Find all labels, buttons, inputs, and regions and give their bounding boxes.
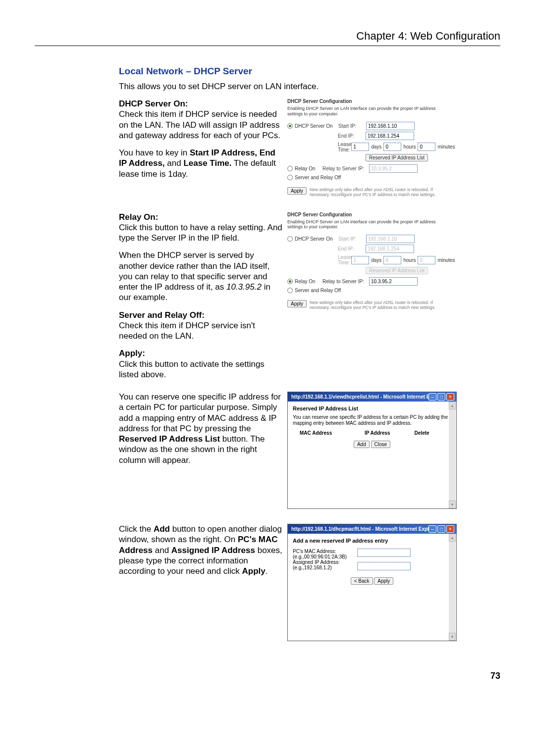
lease-time-label-2: Lease Time:	[338, 254, 351, 265]
scroll-down-icon-2[interactable]: ▼	[449, 633, 456, 641]
add-entry-popup: e http://192.168.1.1/dhcpmacflt.html - M…	[287, 524, 457, 641]
radio-off-label: Server and Relay Off	[295, 175, 341, 180]
server-relay-off-text: Check this item if DHCP service isn't ne…	[119, 321, 255, 341]
lease-hours-input-2	[383, 256, 401, 264]
mac-address-label: PC's MAC Address:	[293, 549, 357, 554]
start-ip-label: Start IP:	[338, 123, 366, 129]
relay-server-ip-label: Relay to Server IP:	[322, 166, 369, 171]
radio-dhcp-on-label: DHCP Server On	[295, 123, 338, 129]
reserved-ip-description: You can reserve one specific IP address …	[119, 392, 282, 472]
lease-hours-unit: hours	[403, 144, 416, 150]
start-ip-input-2	[366, 235, 415, 243]
page-header: Chapter 4: Web Configuration	[35, 30, 500, 43]
popup1-desc: You can reserve one specific IP address …	[293, 414, 451, 426]
scroll-up-icon[interactable]: ▲	[449, 402, 456, 409]
apply-button-2[interactable]: Apply	[287, 300, 307, 307]
scroll-down-icon[interactable]: ▼	[449, 501, 456, 508]
page-number: 73	[35, 671, 500, 681]
lease-days-unit-2: days	[371, 257, 381, 263]
popup1-table-header: MAC Address IP Address Delete	[300, 430, 444, 436]
lease-days-input[interactable]	[351, 143, 369, 151]
end-ip-input-2	[366, 245, 414, 253]
relay-on-heading: Relay On:	[119, 212, 158, 222]
server-relay-off-heading: Server and Relay Off:	[119, 310, 205, 320]
end-ip-input[interactable]	[366, 132, 414, 140]
maximize-icon[interactable]: □	[437, 393, 445, 401]
col-ip: IP Address	[365, 430, 415, 436]
minimize-icon-2[interactable]: –	[428, 525, 436, 533]
apply-note-text: New settings only take effect after your…	[310, 187, 451, 197]
radio-relay-on-2[interactable]	[287, 279, 293, 284]
dhcp-on-text: Check this item if DHCP service is neede…	[119, 109, 280, 140]
radio-server-relay-off[interactable]	[287, 175, 293, 180]
intro-text: This allows you to set DHCP server on LA…	[119, 82, 500, 92]
popup2-titlebar[interactable]: e http://192.168.1.1/dhcpmacflt.html - M…	[288, 524, 456, 534]
radio-relay-label-2: Relay On	[295, 279, 322, 284]
scroll-up-icon-2[interactable]: ▲	[449, 534, 456, 542]
lease-hours-unit-2: hours	[403, 257, 416, 263]
popup1-title-text: http://192.168.1.1/viewdhcprelist.html -…	[291, 394, 428, 400]
section-title: Local Network – DHCP Server	[119, 66, 500, 77]
col-mac: MAC Address	[300, 430, 365, 436]
header-underline	[35, 46, 500, 46]
popup1-heading: Reserved IP Address List	[293, 405, 451, 411]
relay-server-ip-label-2: Relay to Server IP:	[322, 279, 369, 284]
lease-days-input-2	[351, 256, 369, 264]
back-button[interactable]: < Back	[351, 577, 373, 585]
mac-address-example: (e.g.,00:90:96:01:2A:3B)	[293, 554, 357, 559]
apply-note-text-2: New settings only take effect after your…	[310, 300, 451, 310]
relay-server-ip-input[interactable]	[369, 164, 418, 173]
apply-text: Click this button to activate the settin…	[119, 359, 265, 379]
dhcp-config-desc-2: Enabling DHCP Server on LAN interface ca…	[287, 219, 451, 230]
popup1-scrollbar[interactable]: ▲ ▼	[449, 402, 456, 508]
relay-on-text1: Click this button to have a relay settin…	[119, 223, 282, 243]
radio-dhcp-on[interactable]	[287, 123, 293, 129]
lease-minutes-unit: minutes	[437, 144, 455, 150]
close-button[interactable]: Close	[371, 441, 391, 448]
radio-server-relay-off-2[interactable]	[287, 288, 293, 293]
lease-minutes-unit-2: minutes	[437, 257, 455, 263]
minimize-icon[interactable]: –	[428, 393, 436, 401]
lease-days-unit: days	[371, 144, 381, 150]
add-entry-description: Click the Add button to open another dia…	[119, 524, 282, 583]
radio-relay-on[interactable]	[287, 166, 293, 171]
close-icon-2[interactable]: ×	[446, 525, 454, 533]
assigned-ip-label: Assigned IP Address:	[293, 559, 357, 565]
lease-time-label: Lease Time:	[338, 142, 351, 152]
add-button[interactable]: Add	[354, 441, 370, 448]
reserved-ip-list-button[interactable]: Reserved IP Address List	[366, 154, 428, 161]
apply-heading: Apply:	[119, 349, 145, 358]
apply-button-1[interactable]: Apply	[287, 187, 307, 195]
radio-relay-label: Relay On	[295, 166, 322, 171]
close-icon[interactable]: ×	[446, 393, 454, 401]
assigned-ip-input[interactable]	[357, 562, 411, 570]
dhcp-on-heading: DHCP Server On:	[119, 99, 188, 108]
dhcp-on-description: DHCP Server On: Check this item if DHCP …	[119, 99, 282, 186]
col-delete: Delete	[415, 430, 444, 436]
dhcp-config-title: DHCP Server Configuration	[287, 99, 451, 104]
radio-dhcp-on-label-2: DHCP Server On	[295, 236, 338, 242]
popup2-scrollbar[interactable]: ▲ ▼	[449, 534, 456, 641]
dhcp-config-block-2: DHCP Server Configuration Enabling DHCP …	[287, 212, 451, 310]
lease-minutes-input-2	[418, 256, 435, 264]
popup2-heading: Add a new reserved IP address entry	[293, 538, 451, 544]
start-ip-input[interactable]	[366, 122, 415, 130]
mac-address-input[interactable]	[357, 549, 411, 557]
popup1-titlebar[interactable]: e http://192.168.1.1/viewdhcprelist.html…	[288, 392, 456, 402]
dhcp-config-desc: Enabling DHCP Server on LAN interface ca…	[287, 106, 451, 117]
lease-hours-input[interactable]	[383, 143, 401, 151]
apply-button-popup[interactable]: Apply	[374, 577, 393, 585]
maximize-icon-2[interactable]: □	[437, 525, 445, 533]
lease-minutes-input[interactable]	[418, 143, 435, 151]
popup2-title-text: http://192.168.1.1/dhcpmacflt.html - Mic…	[291, 526, 428, 532]
reserved-ip-list-popup: e http://192.168.1.1/viewdhcprelist.html…	[287, 392, 457, 509]
dhcp-config-block-1: DHCP Server Configuration Enabling DHCP …	[287, 99, 451, 197]
assigned-ip-example: (e.g.,192.168.1.2)	[293, 565, 357, 570]
start-ip-label-2: Start IP:	[338, 236, 366, 242]
end-ip-label: End IP:	[338, 133, 366, 139]
dhcp-config-title-2: DHCP Server Configuration	[287, 212, 451, 217]
relay-server-ip-input-2[interactable]	[369, 277, 418, 286]
radio-dhcp-on-2[interactable]	[287, 236, 293, 242]
radio-off-label-2: Server and Relay Off	[295, 288, 341, 293]
end-ip-label-2: End IP:	[338, 246, 366, 252]
